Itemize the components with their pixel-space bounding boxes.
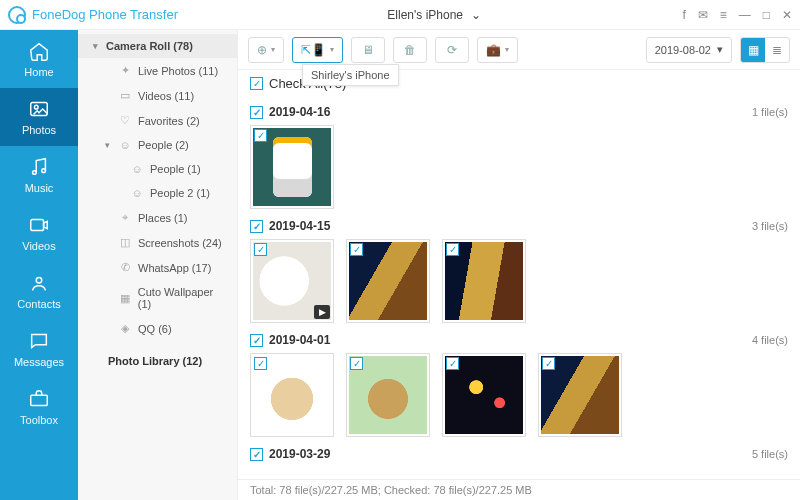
chevron-down-icon: ▾ xyxy=(271,45,275,54)
tree-label: Places (1) xyxy=(138,212,188,224)
messages-icon xyxy=(28,330,50,352)
tree-label: Videos (11) xyxy=(138,90,194,102)
photo-thumb[interactable]: ✓ xyxy=(346,239,430,323)
grid-view-button[interactable]: ▦ xyxy=(741,38,765,62)
tree-subitem[interactable]: ☺People (1) xyxy=(78,157,237,181)
thumb-checkbox[interactable]: ✓ xyxy=(254,129,267,142)
section-header[interactable]: ✓2019-03-295 file(s) xyxy=(250,447,788,461)
brand-logo-icon xyxy=(8,6,26,24)
section-header[interactable]: ✓2019-04-014 file(s) xyxy=(250,333,788,347)
date-section: ✓2019-03-295 file(s) xyxy=(250,447,788,461)
photo-thumb[interactable]: ✓ xyxy=(250,125,334,209)
section-header[interactable]: ✓2019-04-161 file(s) xyxy=(250,105,788,119)
section-checkbox[interactable]: ✓ xyxy=(250,106,263,119)
section-checkbox[interactable]: ✓ xyxy=(250,334,263,347)
thumb-checkbox[interactable]: ✓ xyxy=(254,243,267,256)
tree-group-photo-library[interactable]: Photo Library (12) xyxy=(78,349,237,373)
tree-item[interactable]: ⌖Places (1) xyxy=(78,205,237,230)
nav-item-messages[interactable]: Messages xyxy=(0,320,78,378)
caret-icon: ▾ xyxy=(102,140,112,150)
music-icon xyxy=(28,156,50,178)
device-name: Ellen's iPhone xyxy=(387,8,463,22)
device-selector[interactable]: Ellen's iPhone ⌄ xyxy=(379,8,481,22)
window-controls: f ✉ ≡ — □ ✕ xyxy=(682,8,792,22)
nav-item-videos[interactable]: Videos xyxy=(0,204,78,262)
tree-label: Screenshots (24) xyxy=(138,237,222,249)
thumb-checkbox[interactable]: ✓ xyxy=(350,357,363,370)
section-count: 4 file(s) xyxy=(752,334,788,346)
photo-thumb[interactable]: ✓ xyxy=(442,353,526,437)
tree-group-camera-roll[interactable]: ▾Camera Roll (78) xyxy=(78,34,237,58)
tree-label: People (2) xyxy=(138,139,189,151)
section-header[interactable]: ✓2019-04-153 file(s) xyxy=(250,219,788,233)
tree-subitem[interactable]: ☺People 2 (1) xyxy=(78,181,237,205)
thumb-row: ✓✓✓✓ xyxy=(250,353,788,437)
tree-label: Cuto Wallpaper (1) xyxy=(138,286,229,310)
photo-thumb[interactable]: ✓ xyxy=(442,239,526,323)
album-tree: ▾Camera Roll (78)✦Live Photos (11)▭Video… xyxy=(78,30,238,500)
list-view-button[interactable]: ≣ xyxy=(765,38,789,62)
photo-thumb[interactable]: ✓ xyxy=(538,353,622,437)
album-icon: ◫ xyxy=(118,236,132,249)
svg-point-1 xyxy=(34,105,38,109)
check-all-checkbox[interactable]: ✓ xyxy=(250,77,263,90)
chevron-down-icon: ⌄ xyxy=(471,8,481,22)
briefcase-icon: 💼 xyxy=(486,43,501,57)
album-icon: ☺ xyxy=(130,187,144,199)
nav-item-home[interactable]: Home xyxy=(0,30,78,88)
thumb-checkbox[interactable]: ✓ xyxy=(254,357,267,370)
section-count: 1 file(s) xyxy=(752,106,788,118)
thumb-checkbox[interactable]: ✓ xyxy=(446,357,459,370)
to-device-tooltip: Shirley's iPhone xyxy=(302,64,399,86)
photo-thumb[interactable]: ✓ xyxy=(250,353,334,437)
refresh-icon: ⟳ xyxy=(447,43,457,57)
thumb-checkbox[interactable]: ✓ xyxy=(350,243,363,256)
svg-point-2 xyxy=(33,171,37,175)
tree-label: Live Photos (11) xyxy=(138,65,218,77)
chevron-down-icon: ▾ xyxy=(717,43,723,56)
tree-item[interactable]: ▦Cuto Wallpaper (1) xyxy=(78,280,237,316)
tree-item[interactable]: ▾☺People (2) xyxy=(78,133,237,157)
thumb-checkbox[interactable]: ✓ xyxy=(542,357,555,370)
section-checkbox[interactable]: ✓ xyxy=(250,220,263,233)
tree-item[interactable]: ▭Videos (11) xyxy=(78,83,237,108)
maximize-icon[interactable]: □ xyxy=(763,8,770,22)
to-pc-button[interactable]: 🖥 xyxy=(351,37,385,63)
nav-item-contacts[interactable]: Contacts xyxy=(0,262,78,320)
refresh-button[interactable]: ⟳ xyxy=(435,37,469,63)
minimize-icon[interactable]: — xyxy=(739,8,751,22)
svg-rect-4 xyxy=(31,220,44,231)
photo-thumb[interactable]: ✓▶ xyxy=(250,239,334,323)
album-icon: ▭ xyxy=(118,89,132,102)
feedback-icon[interactable]: ✉ xyxy=(698,8,708,22)
delete-button[interactable]: 🗑 xyxy=(393,37,427,63)
tree-item[interactable]: ◈QQ (6) xyxy=(78,316,237,341)
menu-icon[interactable]: ≡ xyxy=(720,8,727,22)
photo-thumb[interactable]: ✓ xyxy=(346,353,430,437)
tree-item[interactable]: ♡Favorites (2) xyxy=(78,108,237,133)
to-device-button[interactable]: ⇱📱▾ xyxy=(292,37,343,63)
tree-item[interactable]: ✦Live Photos (11) xyxy=(78,58,237,83)
tree-item[interactable]: ◫Screenshots (24) xyxy=(78,230,237,255)
thumb-checkbox[interactable]: ✓ xyxy=(446,243,459,256)
nav-label: Videos xyxy=(22,240,55,252)
close-icon[interactable]: ✕ xyxy=(782,8,792,22)
tree-item[interactable]: ✆WhatsApp (17) xyxy=(78,255,237,280)
plus-icon: ⊕ xyxy=(257,43,267,57)
video-badge-icon: ▶ xyxy=(314,305,330,319)
nav-label: Home xyxy=(24,66,53,78)
add-button[interactable]: ⊕▾ xyxy=(248,37,284,63)
tree-label: WhatsApp (17) xyxy=(138,262,211,274)
toolbox-button[interactable]: 💼▾ xyxy=(477,37,518,63)
nav-item-toolbox[interactable]: Toolbox xyxy=(0,378,78,436)
album-icon: ♡ xyxy=(118,114,132,127)
nav-item-music[interactable]: Music xyxy=(0,146,78,204)
nav-item-photos[interactable]: Photos xyxy=(0,88,78,146)
section-checkbox[interactable]: ✓ xyxy=(250,448,263,461)
brand: FoneDog Phone Transfer xyxy=(8,6,178,24)
date-picker[interactable]: 2019-08-02 ▾ xyxy=(646,37,732,63)
photo-scroll[interactable]: ✓ Check All(78) ✓2019-04-161 file(s)✓✓20… xyxy=(238,70,800,479)
date-section: ✓2019-04-014 file(s)✓✓✓✓ xyxy=(250,333,788,437)
facebook-icon[interactable]: f xyxy=(682,8,685,22)
album-icon: ⌖ xyxy=(118,211,132,224)
